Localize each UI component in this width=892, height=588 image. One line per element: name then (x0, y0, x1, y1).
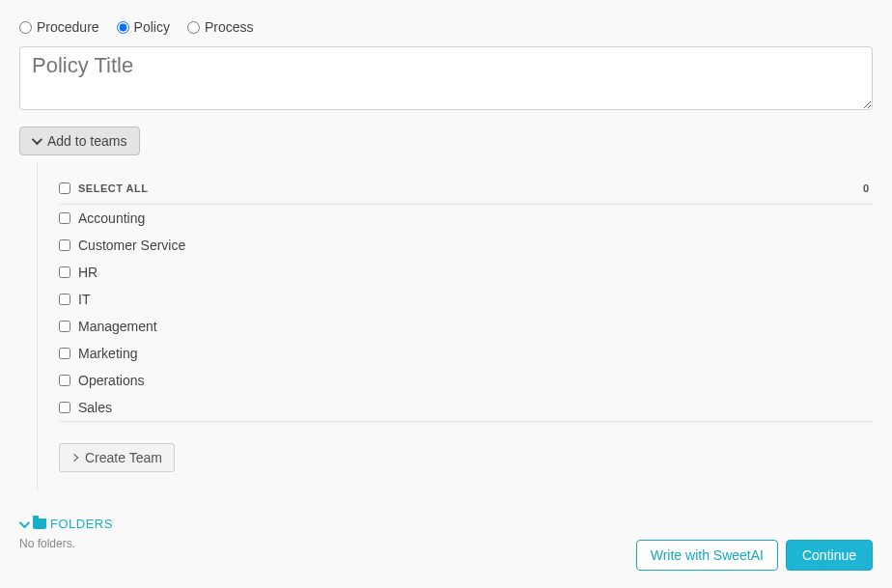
team-label: Operations (78, 373, 144, 388)
chevron-right-icon (70, 454, 78, 462)
team-checkbox[interactable] (59, 375, 70, 386)
team-checkbox[interactable] (59, 212, 70, 224)
doc-type-label: Policy (134, 19, 170, 35)
team-item[interactable]: Accounting (59, 205, 873, 232)
doc-type-option-process[interactable]: Process (187, 19, 254, 35)
team-label: Customer Service (78, 238, 185, 253)
folders-toggle[interactable]: FOLDERS (19, 517, 873, 531)
doc-type-option-procedure[interactable]: Procedure (19, 19, 99, 35)
create-team-button[interactable]: Create Team (59, 443, 175, 472)
select-all-label: SELECT ALL (78, 182, 148, 194)
team-label: Management (78, 319, 157, 334)
team-label: Sales (78, 400, 112, 415)
team-checkbox[interactable] (59, 402, 70, 413)
team-item[interactable]: Management (59, 313, 873, 340)
chevron-down-icon (32, 134, 42, 145)
create-team-label: Create Team (85, 450, 162, 465)
write-with-ai-button[interactable]: Write with SweetAI (636, 540, 778, 571)
team-checkbox[interactable] (59, 321, 70, 332)
folders-label: FOLDERS (50, 517, 113, 531)
footer-actions: Write with SweetAI Continue (636, 540, 873, 571)
add-to-teams-label: Add to teams (47, 133, 127, 149)
add-to-teams-toggle[interactable]: Add to teams (19, 126, 140, 155)
folder-icon (33, 518, 46, 529)
team-item[interactable]: HR (59, 259, 873, 286)
team-checkbox[interactable] (59, 348, 70, 359)
title-input[interactable] (19, 46, 873, 110)
doc-type-label: Process (205, 19, 254, 35)
team-label: Marketing (78, 346, 137, 361)
team-checkbox[interactable] (59, 294, 70, 305)
doc-type-label: Procedure (37, 19, 99, 35)
selected-count: 0 (863, 182, 869, 194)
team-checkbox[interactable] (59, 266, 70, 278)
team-label: IT (78, 292, 90, 307)
team-item[interactable]: Customer Service (59, 232, 873, 259)
doc-type-option-policy[interactable]: Policy (117, 19, 170, 35)
teams-section: SELECT ALL 0 AccountingCustomer ServiceH… (37, 163, 873, 490)
doc-type-radio-process[interactable] (187, 21, 200, 34)
doc-type-radio-procedure[interactable] (19, 21, 32, 34)
teams-list: AccountingCustomer ServiceHRITManagement… (59, 205, 873, 422)
doc-type-radio-group: ProcedurePolicyProcess (19, 19, 873, 35)
team-label: HR (78, 265, 98, 280)
team-item[interactable]: IT (59, 286, 873, 313)
doc-type-radio-policy[interactable] (117, 21, 129, 34)
select-all-row[interactable]: SELECT ALL 0 (59, 175, 873, 205)
team-checkbox[interactable] (59, 239, 70, 251)
select-all-checkbox[interactable] (59, 182, 70, 194)
team-item[interactable]: Sales (59, 394, 873, 421)
continue-button[interactable]: Continue (786, 540, 873, 571)
team-item[interactable]: Marketing (59, 340, 873, 367)
team-item[interactable]: Operations (59, 367, 873, 394)
chevron-down-icon (19, 517, 30, 527)
team-label: Accounting (78, 210, 145, 226)
